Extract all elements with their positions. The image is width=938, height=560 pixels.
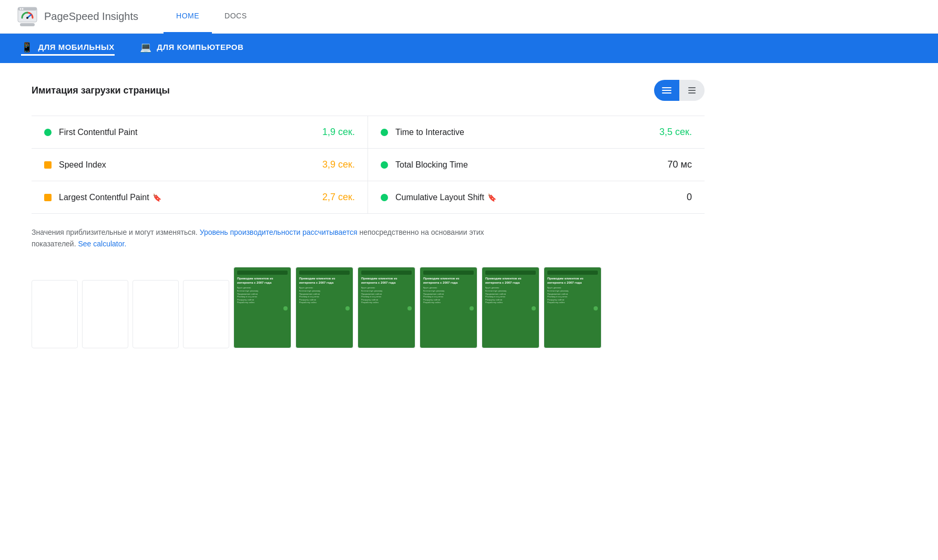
metric-largest-contentful-paint: Largest Contentful Paint 🔖 2,7 сек. [32, 181, 368, 214]
footer-text-before-link1: Значения приблизительные и могут изменят… [32, 228, 198, 236]
svg-point-5 [26, 17, 28, 19]
metric-indicator-tbt [381, 161, 388, 169]
app-header: PageSpeed Insights HOME DOCS [0, 0, 938, 34]
grid-view-icon [688, 87, 696, 94]
screenshot-empty-3 [132, 280, 179, 348]
metric-value-fcp: 1,9 сек. [313, 127, 355, 138]
nav-tab-docs[interactable]: DOCS [212, 0, 259, 34]
device-tab-bar: 📱 ДЛЯ МОБИЛЬНЫХ 💻 ДЛЯ КОМПЬЮТЕРОВ [0, 34, 938, 63]
screenshots-row: Приводим клиентов из интернета с 2007 го… [32, 267, 705, 348]
metric-indicator-cls [381, 194, 388, 201]
logo-area: PageSpeed Insights [17, 6, 138, 27]
list-view-icon [662, 87, 671, 94]
metric-value-tti: 3,5 сек. [650, 127, 692, 138]
main-nav: HOME DOCS [164, 0, 259, 34]
metric-name-fcp: First Contentful Paint [59, 128, 305, 137]
metrics-grid: First Contentful Paint 1,9 сек. Time to … [32, 116, 705, 214]
calculator-link[interactable]: See calculator. [78, 240, 126, 248]
metric-indicator-tti [381, 129, 388, 136]
screenshot-filled-1: Приводим клиентов из интернета с 2007 го… [233, 267, 291, 348]
pagespeed-logo [17, 6, 38, 27]
screenshot-filled-3: Приводим клиентов из интернета с 2007 го… [358, 267, 415, 348]
metric-total-blocking-time: Total Blocking Time 70 мс [368, 149, 705, 181]
main-content: Имитация загрузки страницы First Content… [0, 63, 736, 365]
metric-name-tti: Time to Interactive [395, 128, 643, 137]
section-title: Имитация загрузки страницы [32, 85, 170, 96]
desktop-tab[interactable]: 💻 ДЛЯ КОМПЬЮТЕРОВ [140, 42, 244, 56]
screenshot-filled-2: Приводим клиентов из интернета с 2007 го… [295, 267, 353, 348]
bookmark-icon-lcp: 🔖 [152, 193, 161, 202]
metric-name-lcp: Largest Contentful Paint 🔖 [59, 193, 305, 202]
metric-value-cls: 0 [650, 192, 692, 203]
mobile-tab[interactable]: 📱 ДЛЯ МОБИЛЬНЫХ [21, 42, 115, 56]
svg-point-3 [22, 8, 24, 9]
metric-value-lcp: 2,7 сек. [313, 192, 355, 203]
bookmark-icon-cls: 🔖 [487, 193, 496, 202]
screenshot-filled-5: Приводим клиентов из интернета с 2007 го… [482, 267, 539, 348]
metric-speed-index: Speed Index 3,9 сек. [32, 149, 368, 181]
metric-first-contentful-paint: First Contentful Paint 1,9 сек. [32, 116, 368, 149]
svg-rect-6 [20, 23, 35, 26]
desktop-tab-label: ДЛЯ КОМПЬЮТЕРОВ [157, 43, 243, 51]
metric-time-to-interactive: Time to Interactive 3,5 сек. [368, 116, 705, 149]
app-title: PageSpeed Insights [44, 11, 138, 23]
desktop-icon: 💻 [140, 42, 152, 53]
metric-indicator-fcp [44, 129, 52, 136]
section-header: Имитация загрузки страницы [32, 80, 705, 101]
screenshot-filled-4: Приводим клиентов из интернета с 2007 го… [420, 267, 477, 348]
screenshot-empty-4 [183, 280, 229, 348]
footer-info: Значения приблизительные и могут изменят… [32, 226, 505, 250]
mobile-tab-label: ДЛЯ МОБИЛЬНЫХ [38, 43, 115, 51]
metric-value-si: 3,9 сек. [313, 159, 355, 170]
metric-indicator-lcp [44, 194, 52, 201]
performance-level-link[interactable]: Уровень производительности рассчитываетс… [200, 228, 358, 236]
screenshot-filled-6: Приводим клиентов из интернета с 2007 го… [544, 267, 601, 348]
metric-name-si: Speed Index [59, 160, 305, 170]
nav-tab-home[interactable]: HOME [164, 0, 212, 34]
metric-name-cls: Cumulative Layout Shift 🔖 [395, 193, 643, 202]
mobile-icon: 📱 [21, 42, 33, 53]
screenshot-empty-2 [82, 280, 128, 348]
metric-cumulative-layout-shift: Cumulative Layout Shift 🔖 0 [368, 181, 705, 214]
metric-value-tbt: 70 мс [650, 159, 692, 170]
screenshot-empty-1 [32, 280, 78, 348]
metric-indicator-si [44, 161, 52, 169]
list-view-button[interactable] [654, 80, 679, 101]
view-toggle [654, 80, 705, 101]
svg-point-2 [20, 8, 22, 9]
metric-name-tbt: Total Blocking Time [395, 160, 643, 170]
grid-view-button[interactable] [679, 80, 705, 101]
